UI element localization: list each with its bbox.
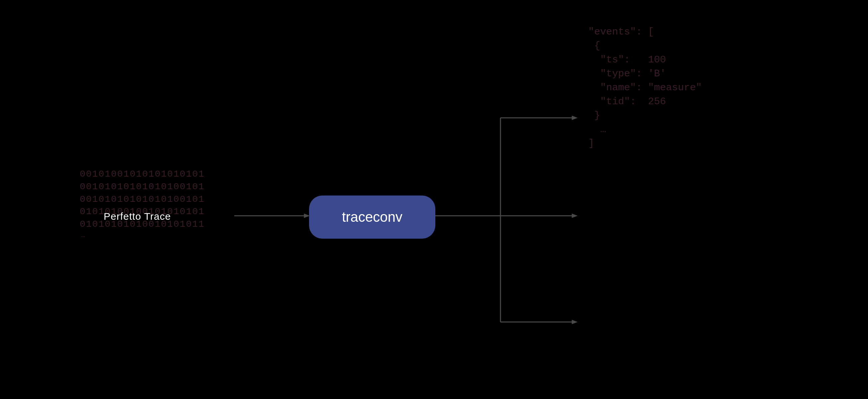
arrow-branch-middle [500,212,579,219]
arrow-branch-top [500,114,579,121]
binary-trace-block: 00101001010101010101 0010101010101010010… [80,168,205,240]
arrow-branch-vertical [498,118,504,324]
svg-marker-9 [572,320,577,324]
binary-line: 00101010101010100101 [80,180,205,193]
binary-ellipsis: … [80,231,205,240]
traceconv-label: traceconv [342,209,402,225]
binary-line: 00101001010101010101 [80,168,205,180]
svg-marker-5 [572,116,577,120]
perfetto-trace-label: Perfetto Trace [104,211,171,222]
svg-marker-1 [304,214,309,218]
arrow-input-to-traceconv [234,212,311,219]
binary-line: 00101010101010100101 [80,193,205,206]
arrow-traceconv-stem [435,212,502,219]
traceconv-box: traceconv [309,196,435,239]
json-output-block: "events": [ { "ts": 100 "type": 'B' "nam… [588,25,702,151]
svg-marker-7 [572,214,577,218]
arrow-branch-bottom [500,319,579,325]
